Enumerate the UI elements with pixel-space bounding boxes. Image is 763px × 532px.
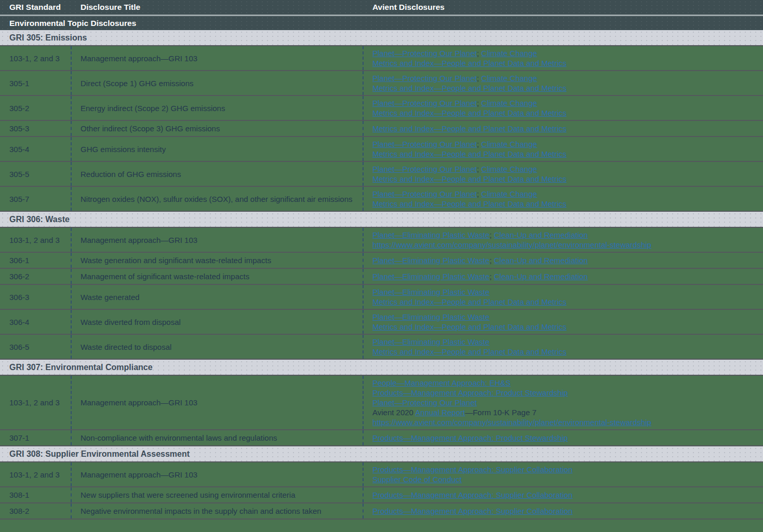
- disclosure-link[interactable]: Climate Change: [481, 49, 537, 58]
- disclosure-line: Metrics and Index—People and Planet Data…: [372, 58, 758, 68]
- table-row: 305-2Energy indirect (Scope 2) GHG emiss…: [0, 96, 763, 121]
- disclosure-line: Products—Management Approach: Supplier C…: [372, 490, 758, 500]
- column-header-disclosure-title: Disclosure Title: [72, 3, 364, 12]
- gri-standard-cell: 306-1: [0, 253, 72, 268]
- disclosure-line: Planet—Protecting Our Planet; Climate Ch…: [372, 139, 758, 149]
- disclosure-title-cell: Waste generated: [72, 285, 364, 309]
- disclosure-link[interactable]: Metrics and Index—People and Planet Data…: [372, 108, 567, 117]
- disclosure-link[interactable]: People—Management Approach: EH&S: [372, 378, 511, 387]
- gri-standard-value: 307-1: [9, 433, 65, 443]
- disclosure-link[interactable]: Products—Management Approach: Product St…: [372, 433, 568, 442]
- disclosure-link[interactable]: Products—Management Approach: Supplier C…: [372, 490, 572, 499]
- disclosure-line: Metrics and Index—People and Planet Data…: [372, 83, 758, 93]
- section-header: GRI 308: Supplier Environmental Assessme…: [0, 446, 763, 462]
- disclosure-link[interactable]: Planet—Protecting Our Planet: [372, 398, 477, 407]
- avient-disclosures-cell: Planet—Protecting Our Planet; Climate Ch…: [364, 137, 763, 161]
- disclosure-link[interactable]: Planet—Eliminating Plastic Waste: [372, 312, 489, 321]
- disclosure-line: Planet—Eliminating Plastic Waste; Clean-…: [372, 230, 758, 240]
- disclosure-line: Planet—Protecting Our Planet; Climate Ch…: [372, 189, 758, 199]
- gri-table: GRI 305: Emissions103-1, 2 and 3Manageme…: [0, 30, 763, 520]
- disclosure-title-value: Negative environmental impacts in the su…: [81, 506, 357, 516]
- disclosure-title-value: Waste generation and significant waste-r…: [81, 255, 357, 265]
- disclosure-line: Products—Management Approach: Supplier C…: [372, 465, 758, 474]
- disclosure-link[interactable]: Planet—Protecting Our Planet: [372, 189, 477, 198]
- disclosure-link[interactable]: Clean-Up and Remediation: [494, 230, 588, 239]
- gri-standard-value: 306-4: [9, 317, 65, 327]
- avient-disclosures-cell: Planet—Eliminating Plastic Waste; Clean-…: [364, 269, 763, 284]
- disclosure-link[interactable]: Annual Report: [415, 408, 465, 417]
- disclosure-line: Metrics and Index—People and Planet Data…: [372, 124, 758, 133]
- disclosure-title-value: Management of significant waste-related …: [81, 271, 357, 281]
- disclosure-link[interactable]: Planet—Protecting Our Planet: [372, 140, 477, 148]
- avient-disclosures-cell: Planet—Eliminating Plastic WasteMetrics …: [364, 310, 763, 334]
- disclosure-link[interactable]: Planet—Eliminating Plastic Waste: [372, 288, 489, 296]
- avient-disclosures-cell: Products—Management Approach: Product St…: [364, 430, 763, 445]
- disclosure-link[interactable]: Climate Change: [481, 165, 537, 173]
- column-header-gri-standard: GRI Standard: [0, 3, 72, 12]
- disclosure-title-cell: Direct (Scope 1) GHG emissions: [72, 71, 364, 95]
- disclosure-link[interactable]: Metrics and Index—People and Planet Data…: [372, 322, 567, 331]
- avient-disclosures-cell: Planet—Protecting Our Planet; Climate Ch…: [364, 187, 763, 211]
- gri-standard-cell: 103-1, 2 and 3: [0, 46, 72, 70]
- disclosure-link[interactable]: Products—Management Approach: Supplier C…: [372, 507, 572, 515]
- disclosure-link[interactable]: Clean-Up and Remediation: [494, 272, 588, 281]
- gri-standard-value: 306-5: [9, 342, 65, 352]
- avient-disclosures-cell: Planet—Eliminating Plastic WasteMetrics …: [364, 285, 763, 309]
- gri-standard-cell: 305-1: [0, 71, 72, 95]
- disclosure-link[interactable]: Metrics and Index—People and Planet Data…: [372, 297, 567, 306]
- disclosure-title-value: Management approach—GRI 103: [81, 235, 357, 245]
- disclosure-link[interactable]: Metrics and Index—People and Planet Data…: [372, 124, 567, 133]
- disclosure-link[interactable]: Planet—Protecting Our Planet: [372, 99, 477, 107]
- disclosure-link[interactable]: Products—Management Approach: Product St…: [372, 388, 568, 397]
- disclosure-link[interactable]: Planet—Protecting Our Planet: [372, 74, 477, 83]
- disclosure-link[interactable]: Products—Management Approach: Supplier C…: [372, 465, 572, 474]
- disclosure-link[interactable]: Metrics and Index—People and Planet Data…: [372, 149, 567, 158]
- disclosure-line: Planet—Eliminating Plastic Waste: [372, 337, 758, 347]
- disclosure-text: ;: [489, 272, 493, 281]
- gri-standard-cell: 305-2: [0, 96, 72, 120]
- disclosure-link[interactable]: Planet—Eliminating Plastic Waste: [372, 230, 489, 239]
- disclosure-title-cell: Waste directed to disposal: [72, 335, 364, 359]
- disclosure-link[interactable]: Supplier Code of Conduct: [372, 475, 462, 484]
- avient-disclosures-cell: Planet—Eliminating Plastic Waste; Clean-…: [364, 228, 763, 252]
- disclosure-link[interactable]: Planet—Eliminating Plastic Waste: [372, 272, 489, 281]
- disclosure-link[interactable]: Metrics and Index—People and Planet Data…: [372, 84, 567, 92]
- section-header-label: GRI 306: Waste: [9, 215, 70, 224]
- disclosure-line: Planet—Eliminating Plastic Waste: [372, 312, 758, 322]
- disclosure-title-cell: Negative environmental impacts in the su…: [72, 503, 364, 519]
- gri-standard-value: 308-2: [9, 506, 65, 516]
- gri-standard-value: 103-1, 2 and 3: [9, 235, 65, 245]
- disclosure-line: Planet—Eliminating Plastic Waste; Clean-…: [372, 271, 758, 281]
- disclosure-title-value: GHG emissions intensity: [81, 144, 357, 154]
- table-row: 103-1, 2 and 3Management approach—GRI 10…: [0, 462, 763, 487]
- gri-standard-cell: 308-1: [0, 487, 72, 502]
- avient-disclosures-cell: Planet—Protecting Our Planet; Climate Ch…: [364, 71, 763, 95]
- table-row: 306-2Management of significant waste-rel…: [0, 269, 763, 285]
- gri-standard-value: 308-1: [9, 490, 65, 500]
- table-row: 306-1Waste generation and significant wa…: [0, 253, 763, 269]
- disclosure-link[interactable]: Planet—Protecting Our Planet: [372, 49, 477, 58]
- disclosure-link[interactable]: https://www.avient.com/company/sustainab…: [372, 418, 651, 427]
- disclosure-line: Products—Management Approach: Product St…: [372, 433, 758, 443]
- disclosure-title-cell: GHG emissions intensity: [72, 137, 364, 161]
- disclosure-link[interactable]: Climate Change: [481, 99, 537, 107]
- gri-standard-cell: 103-1, 2 and 3: [0, 376, 72, 429]
- disclosure-link[interactable]: Planet—Protecting Our Planet: [372, 165, 477, 173]
- disclosure-title-cell: Other indirect (Scope 3) GHG emissions: [72, 121, 364, 136]
- table-row: 306-5Waste directed to disposalPlanet—El…: [0, 335, 763, 360]
- disclosure-link[interactable]: Climate Change: [481, 74, 537, 83]
- disclosure-link[interactable]: Clean-Up and Remediation: [494, 256, 588, 265]
- disclosure-link[interactable]: Planet—Eliminating Plastic Waste: [372, 337, 489, 346]
- disclosure-link[interactable]: Climate Change: [481, 140, 537, 148]
- section-header: GRI 306: Waste: [0, 212, 763, 228]
- disclosure-title-value: Management approach—GRI 103: [81, 53, 357, 63]
- section-header-label: GRI 308: Supplier Environmental Assessme…: [9, 449, 190, 459]
- disclosure-link[interactable]: Metrics and Index—People and Planet Data…: [372, 174, 567, 183]
- disclosure-link[interactable]: Planet—Eliminating Plastic Waste: [372, 256, 489, 265]
- disclosure-link[interactable]: Metrics and Index—People and Planet Data…: [372, 347, 567, 356]
- disclosure-link[interactable]: Climate Change: [481, 189, 537, 198]
- disclosure-link[interactable]: Metrics and Index—People and Planet Data…: [372, 199, 567, 208]
- disclosure-link[interactable]: https://www.avient.com/company/sustainab…: [372, 240, 651, 249]
- disclosure-link[interactable]: Metrics and Index—People and Planet Data…: [372, 59, 567, 67]
- disclosure-line: Avient 2020 Annual Report—Form 10-K Page…: [372, 407, 758, 417]
